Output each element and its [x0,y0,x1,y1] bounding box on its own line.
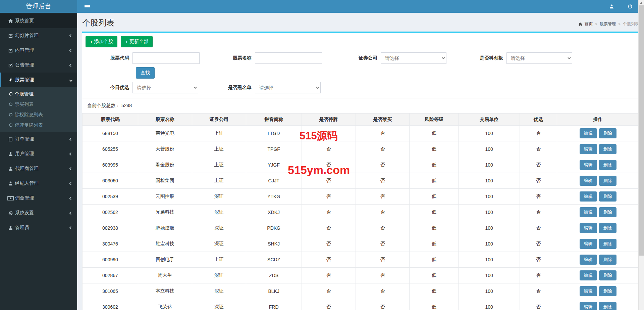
sidebar-subitem-ban-buy-list[interactable]: 禁买列表 [0,99,77,109]
delete-button[interactable]: 删除 [599,191,616,202]
logout-button[interactable] [628,4,633,9]
sidebar-item-slideshow[interactable]: 幻灯片管理 [0,28,77,43]
cell-broker: 上证 [192,252,246,268]
delete-button[interactable]: 删除 [599,144,616,154]
cell-actions: 编辑删除 [557,236,639,252]
table-row: 301065本立科技深证BLKJ否否低100否编辑删除 [83,283,639,299]
breadcrumb-section[interactable]: 股票管理 [600,21,616,27]
edit-button[interactable]: 编辑 [580,270,597,280]
column-header: 是否禁买 [356,114,410,126]
delete-button[interactable]: 删除 [599,239,616,249]
edit-button[interactable]: 编辑 [580,207,597,217]
edit-button[interactable]: 编辑 [580,286,597,296]
sidebar-item-stock[interactable]: 股票管理 [0,73,77,87]
delete-button[interactable]: 删除 [599,128,616,138]
cell-broker: 深证 [192,299,246,310]
cell-preferred: 否 [520,220,557,236]
edit-button[interactable]: 编辑 [580,191,597,202]
sidebar-subitem-stock-list[interactable]: 个股管理 [0,89,77,99]
sidebar-subitem-ex-right-list[interactable]: 除权除息列表 [0,109,77,120]
cell-name: 云图控股 [138,189,192,205]
cell-preferred: 否 [520,205,557,220]
sidebar-item-content[interactable]: 内容管理 [0,43,77,58]
column-header: 拼音简称 [246,114,302,126]
edit-button[interactable]: 编辑 [580,160,597,170]
cell-actions: 编辑删除 [557,268,639,283]
edit-button[interactable]: 编辑 [580,302,597,310]
delete-button[interactable]: 删除 [599,255,616,265]
delete-button[interactable]: 删除 [599,223,616,233]
edit-button[interactable]: 编辑 [580,176,597,186]
search-button[interactable]: 查找 [136,67,155,79]
chevron-left-icon [69,182,73,185]
sidebar-item-settings[interactable]: 系统设置 [0,206,77,220]
delete-button[interactable]: 删除 [599,207,616,217]
delete-button[interactable]: 删除 [599,270,616,280]
cell-name: 周大生 [138,268,192,283]
table-row: 002562兄弟科技深证XDKJ否否低100否编辑删除 [83,205,639,220]
cell-code: 300476 [83,236,138,252]
stock-name-label: 股票名称 [220,55,252,61]
table-row: 603060国检集团上证GJJT否否低100否编辑删除 [83,173,639,189]
cell-code: 603995 [83,157,138,173]
cell-pinyin: ZDS [246,268,302,283]
delete-button[interactable]: 删除 [599,302,616,310]
cell-banned: 否 [356,173,410,189]
filter-panel: +添加个股 +更新全部 股票代码 股票名称 证券公司 请选择 [82,33,639,98]
app-logo[interactable]: 管理后台 [0,0,77,13]
breadcrumb-home[interactable]: 首页 [585,21,593,27]
star-market-select[interactable]: 请选择 [506,52,572,64]
blacklist-select[interactable]: 请选择 [255,82,321,93]
sidebar-item-label: 用户管理 [15,151,34,157]
today-pick-select[interactable]: 请选择 [132,82,198,93]
column-header: 风险等级 [410,114,459,126]
cell-code: 301065 [83,283,138,299]
table-row: 688150莱特光电上证LTGD否否低100否编辑删除 [83,126,639,141]
navbar-main [77,0,644,13]
cell-unit: 100 [459,220,520,236]
sidebar-subitem-suspend-resume-list[interactable]: 停牌复牌列表 [0,120,77,130]
cell-banned: 否 [356,189,410,205]
sidebar-item-label: 股票管理 [15,77,34,83]
stock-code-input[interactable] [132,52,200,64]
sidebar-item-user[interactable]: 用户管理 [0,146,77,161]
edit-button[interactable]: 编辑 [580,128,597,138]
edit-button[interactable]: 编辑 [580,239,597,249]
user-menu-button[interactable] [609,4,614,9]
chevron-left-icon [69,49,73,52]
edit-button[interactable]: 编辑 [580,144,597,154]
cell-code: 605255 [83,141,138,157]
update-all-button[interactable]: +更新全部 [121,36,153,47]
edit-button[interactable]: 编辑 [580,255,597,265]
sidebar-item-admin[interactable]: 管理员 [0,220,77,235]
sidebar-item-agent[interactable]: 代理商管理 [0,161,77,176]
sidebar-item-label: 订单管理 [15,136,34,142]
stock-code-label: 股票代码 [86,55,129,61]
cell-unit: 100 [459,141,520,157]
broker-select[interactable]: 请选择 [381,52,446,64]
scrollbar-up-arrow-icon[interactable] [640,2,643,4]
scrollbar[interactable] [638,0,644,310]
cell-banned: 否 [356,299,410,310]
stock-table: 股票代码股票名称证券公司拼音简称是否停牌是否禁买风险等级交易单位优选操作 688… [82,113,639,310]
cell-risk: 低 [410,252,459,268]
cell-unit: 100 [459,283,520,299]
sidebar-item-broker[interactable]: 经纪人管理 [0,176,77,191]
delete-button[interactable]: 删除 [599,176,616,186]
sidebar-item-commission[interactable]: 佣金管理 [0,191,77,206]
table-header-row: 股票代码股票名称证券公司拼音简称是否停牌是否禁买风险等级交易单位优选操作 [83,114,639,126]
sidebar-toggle-button[interactable] [83,4,92,9]
sidebar-item-order[interactable]: 订单管理 [0,132,77,146]
edit-button[interactable]: 编辑 [580,223,597,233]
top-navbar: 管理后台 [0,0,644,13]
sidebar-item-announcement[interactable]: 公告管理 [0,58,77,73]
cell-risk: 低 [410,205,459,220]
delete-button[interactable]: 删除 [599,160,616,170]
sidebar-item-home[interactable]: 系统首页 [0,13,77,28]
cell-actions: 编辑删除 [557,252,639,268]
scrollbar-thumb[interactable] [639,5,644,256]
add-stock-button[interactable]: +添加个股 [86,36,117,47]
stock-name-input[interactable] [255,52,322,64]
delete-button[interactable]: 删除 [599,286,616,296]
sidebar-subitem-label: 除权除息列表 [15,112,43,118]
